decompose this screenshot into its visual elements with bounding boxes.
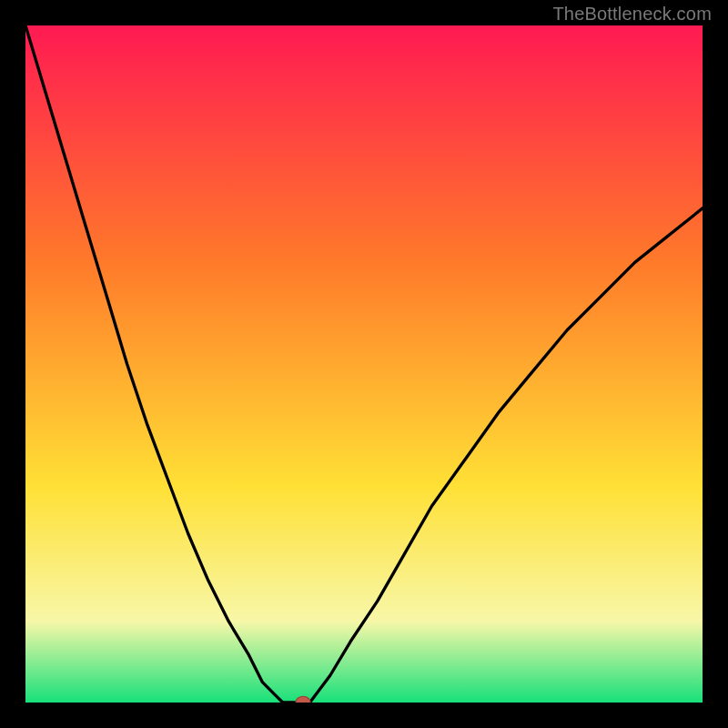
plot-area — [25, 25, 703, 703]
chart-frame: TheBottleneck.com — [0, 0, 728, 728]
chart-svg — [25, 25, 703, 703]
watermark-text: TheBottleneck.com — [552, 4, 712, 25]
